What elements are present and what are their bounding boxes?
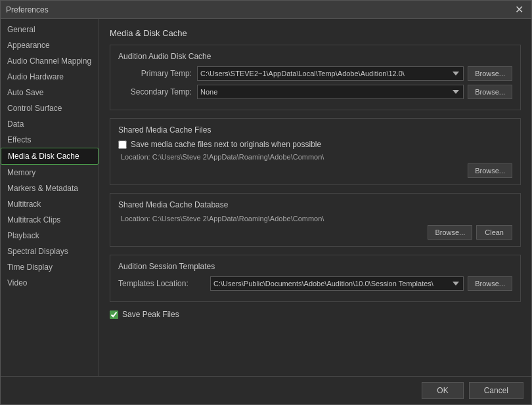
primary-temp-label: Primary Temp: [118, 69, 197, 78]
cancel-button[interactable]: Cancel [469, 382, 523, 399]
session-templates-title: Audition Session Templates [118, 262, 512, 271]
sidebar-item-video[interactable]: Video [1, 275, 99, 291]
sidebar-item-general[interactable]: General [1, 22, 99, 37]
sidebar: GeneralAppearanceAudio Channel MappingAu… [1, 19, 99, 376]
sidebar-item-control-surface[interactable]: Control Surface [1, 100, 99, 116]
shared-media-cache-btn-row: Browse... [118, 163, 512, 178]
primary-temp-select[interactable]: C:\Users\STEVE2~1\AppData\Local\Temp\Ado… [197, 66, 464, 81]
sidebar-item-audio-hardware[interactable]: Audio Hardware [1, 69, 99, 85]
main-content: Media & Disk Cache Audition Audio Disk C… [99, 19, 531, 376]
templates-location-label: Templates Location: [118, 279, 210, 288]
shared-media-cache-location: Location: C:\Users\Steve 2\AppData\Roami… [118, 153, 512, 161]
shared-media-cache-title: Shared Media Cache Files [118, 125, 512, 135]
sidebar-item-time-display[interactable]: Time Display [1, 259, 99, 275]
sidebar-item-auto-save[interactable]: Auto Save [1, 85, 99, 100]
secondary-temp-row: Secondary Temp: None Browse... [118, 85, 512, 99]
save-media-cache-checkbox[interactable] [118, 140, 127, 149]
sidebar-item-playback[interactable]: Playback [1, 228, 99, 244]
templates-location-select[interactable]: C:\Users\Public\Documents\Adobe\Audition… [210, 276, 464, 291]
clean-button[interactable]: Clean [476, 225, 512, 240]
shared-media-cache-group: Shared Media Cache Files Save media cach… [110, 118, 521, 185]
shared-media-database-group: Shared Media Cache Database Location: C:… [110, 193, 521, 247]
sidebar-item-audio-channel-mapping[interactable]: Audio Channel Mapping [1, 53, 99, 69]
save-peak-files-label: Save Peak Files [122, 310, 179, 319]
section-title: Media & Disk Cache [110, 28, 521, 38]
save-media-cache-label: Save media cache files next to originals… [131, 140, 321, 149]
secondary-temp-browse-button[interactable]: Browse... [468, 85, 512, 99]
footer: OK Cancel [1, 376, 531, 404]
window-title: Preferences [6, 5, 49, 14]
close-button[interactable]: ✕ [512, 3, 526, 16]
sidebar-item-memory[interactable]: Memory [1, 165, 99, 181]
audition-disk-cache-group: Audition Audio Disk Cache Primary Temp: … [110, 45, 521, 110]
sidebar-item-effects[interactable]: Effects [1, 132, 99, 148]
templates-location-row: Templates Location: C:\Users\Public\Docu… [118, 276, 512, 291]
sidebar-item-markers-and-metadata[interactable]: Markers & Metadata [1, 181, 99, 196]
shared-media-cache-browse-button[interactable]: Browse... [468, 163, 512, 178]
shared-media-database-btn-row: Browse... Clean [118, 225, 512, 240]
shared-media-database-title: Shared Media Cache Database [118, 200, 512, 209]
sidebar-item-data[interactable]: Data [1, 116, 99, 132]
secondary-temp-label: Secondary Temp: [118, 87, 197, 96]
shared-media-database-location: Location: C:\Users\Steve 2\AppData\Roami… [118, 215, 512, 223]
preferences-window: Preferences ✕ GeneralAppearanceAudio Cha… [0, 0, 532, 405]
sidebar-item-multitrack-clips[interactable]: Multitrack Clips [1, 212, 99, 228]
sidebar-item-appearance[interactable]: Appearance [1, 37, 99, 53]
ok-button[interactable]: OK [422, 382, 463, 399]
session-templates-group: Audition Session Templates Templates Loc… [110, 255, 521, 302]
session-templates-browse-button[interactable]: Browse... [468, 276, 512, 291]
shared-media-database-browse-button[interactable]: Browse... [428, 225, 472, 240]
sidebar-item-multitrack[interactable]: Multitrack [1, 196, 99, 212]
titlebar: Preferences ✕ [1, 1, 531, 19]
sidebar-item-media-and-disk-cache[interactable]: Media & Disk Cache [1, 148, 99, 165]
primary-temp-row: Primary Temp: C:\Users\STEVE2~1\AppData\… [118, 66, 512, 81]
audition-disk-cache-title: Audition Audio Disk Cache [118, 52, 512, 61]
sidebar-item-spectral-displays[interactable]: Spectral Displays [1, 244, 99, 259]
primary-temp-browse-button[interactable]: Browse... [468, 66, 512, 81]
save-peak-files-row: Save Peak Files [110, 310, 521, 319]
content-area: GeneralAppearanceAudio Channel MappingAu… [1, 19, 531, 376]
secondary-temp-select[interactable]: None [197, 85, 464, 99]
save-media-cache-row: Save media cache files next to originals… [118, 140, 512, 149]
save-peak-files-checkbox[interactable] [110, 310, 118, 319]
